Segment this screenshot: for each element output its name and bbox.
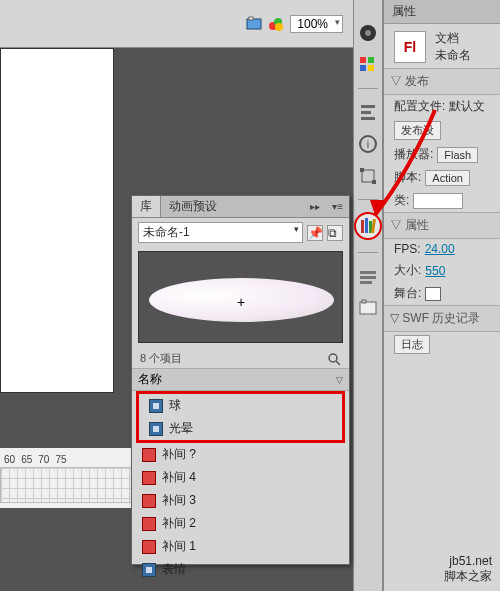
svg-rect-19 [361, 220, 364, 233]
column-header-name[interactable]: 名称▽ [132, 368, 349, 391]
doc-name: 未命名 [435, 47, 471, 64]
frame-num: 75 [55, 454, 66, 465]
tween-icon [142, 471, 156, 485]
history-icon[interactable] [357, 265, 379, 287]
watermark: jb51.net 脚本之家 [444, 554, 492, 585]
color-icon[interactable] [357, 22, 379, 44]
movieclip-icon [142, 563, 156, 577]
doc-type-label: 文档 [435, 30, 471, 47]
tab-presets[interactable]: 动画预设 [161, 196, 225, 217]
properties-title: 属性 [384, 0, 500, 24]
publish-section[interactable]: ▽ 发布 [384, 68, 500, 95]
size-value[interactable]: 550 [425, 264, 445, 278]
svg-rect-9 [360, 65, 366, 71]
symbol-icon[interactable] [268, 16, 284, 32]
library-button[interactable] [354, 212, 382, 240]
tween-icon [142, 494, 156, 508]
stage-canvas[interactable] [0, 48, 114, 393]
movieclip-icon [149, 422, 163, 436]
movieclip-icon [149, 399, 163, 413]
profile-label: 配置文件: [394, 98, 445, 115]
list-item[interactable]: 补间 2 [132, 512, 349, 535]
player-select[interactable]: Flash [437, 147, 478, 163]
svg-rect-17 [360, 168, 364, 172]
fps-label: FPS: [394, 242, 421, 256]
svg-rect-26 [360, 302, 376, 314]
script-label: 脚本: [394, 169, 421, 186]
properties-panel: 属性 Fl 文档 未命名 ▽ 发布 配置文件:默认文 发布设 播放器:Flash… [383, 0, 500, 591]
svg-rect-13 [361, 117, 375, 120]
library-panel: 库 动画预设 ▸▸ ▾≡ 未命名-1 📌 ⧉ + 8 个项目 名称▽ 球 光晕 … [131, 195, 350, 565]
tween-icon [142, 517, 156, 531]
svg-point-28 [329, 354, 337, 362]
registration-icon: + [237, 294, 245, 310]
highlight-box: 球 光晕 [136, 391, 345, 443]
transform-icon[interactable] [357, 165, 379, 187]
svg-rect-10 [368, 65, 374, 71]
list-item[interactable]: 补间 4 [132, 466, 349, 489]
svg-rect-20 [365, 218, 368, 233]
svg-rect-8 [368, 57, 374, 63]
svg-rect-24 [360, 276, 376, 279]
tween-icon [142, 448, 156, 462]
script-select[interactable]: Action [425, 170, 470, 186]
stage-label: 舞台: [394, 285, 421, 302]
svg-point-4 [275, 23, 283, 31]
log-button[interactable]: 日志 [394, 335, 430, 354]
panel-menu-icon[interactable]: ▾≡ [326, 201, 349, 212]
new-lib-icon[interactable]: ⧉ [327, 225, 343, 241]
svg-rect-23 [360, 271, 376, 274]
stage-toolbar: 100% [0, 0, 353, 48]
align-icon[interactable] [357, 101, 379, 123]
publish-settings-button[interactable]: 发布设 [394, 121, 441, 140]
frame-num: 60 [4, 454, 15, 465]
svg-line-29 [336, 361, 340, 365]
scene-panel-icon[interactable] [357, 297, 379, 319]
list-item[interactable]: 补间 3 [132, 489, 349, 512]
swf-history-section[interactable]: ▽ SWF 历史记录 [384, 305, 500, 332]
svg-point-6 [365, 30, 371, 36]
panel-dock: i [353, 0, 383, 591]
library-preview: + [138, 251, 343, 343]
info-icon[interactable]: i [357, 133, 379, 155]
list-item[interactable]: 补间 ? [132, 443, 349, 466]
library-list: 球 光晕 补间 ? 补间 4 补间 3 补间 2 补间 1 表情 [132, 391, 349, 581]
list-item[interactable]: 光晕 [139, 417, 342, 440]
class-label: 类: [394, 192, 409, 209]
pin-icon[interactable]: 📌 [307, 225, 323, 241]
svg-rect-7 [360, 57, 366, 63]
fps-value[interactable]: 24.00 [425, 242, 455, 256]
panel-expand-icon[interactable]: ▸▸ [304, 201, 326, 212]
props-section[interactable]: ▽ 属性 [384, 212, 500, 239]
swatches-icon[interactable] [357, 54, 379, 76]
tab-library[interactable]: 库 [132, 196, 161, 217]
list-item[interactable]: 补间 1 [132, 535, 349, 558]
frame-num: 70 [38, 454, 49, 465]
svg-rect-11 [361, 105, 375, 108]
class-input[interactable] [413, 193, 463, 209]
document-select[interactable]: 未命名-1 [138, 222, 303, 243]
search-icon[interactable] [327, 352, 341, 366]
list-item[interactable]: 球 [139, 394, 342, 417]
profile-value: 默认文 [449, 98, 485, 115]
svg-text:i: i [367, 138, 369, 150]
svg-rect-18 [372, 180, 376, 184]
item-count: 8 个项目 [140, 351, 182, 366]
size-label: 大小: [394, 262, 421, 279]
svg-rect-1 [249, 17, 253, 20]
timeline[interactable]: 60 65 70 75 [0, 448, 140, 508]
scene-icon[interactable] [246, 16, 262, 32]
svg-rect-27 [362, 300, 366, 303]
svg-rect-12 [361, 111, 371, 114]
list-item[interactable]: 表情 [132, 558, 349, 581]
player-label: 播放器: [394, 146, 433, 163]
timeline-grid[interactable] [0, 467, 140, 503]
flash-doc-icon: Fl [394, 31, 426, 63]
zoom-select[interactable]: 100% [290, 15, 343, 33]
stage-color-swatch[interactable] [425, 287, 441, 301]
svg-rect-25 [360, 281, 372, 284]
frame-num: 65 [21, 454, 32, 465]
tween-icon [142, 540, 156, 554]
